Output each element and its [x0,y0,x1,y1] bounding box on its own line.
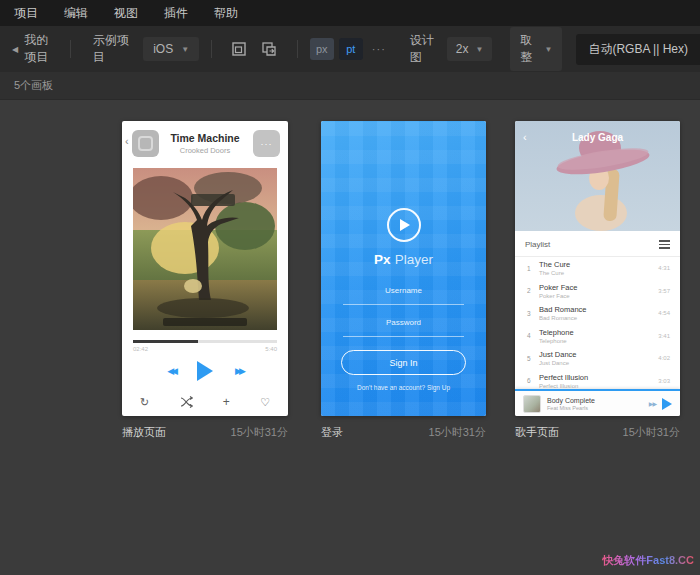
progress-bar[interactable] [133,340,277,343]
artboard-singer-page[interactable]: ‹ Lady Gaga Playlist 1 The CureThe Cure … [515,121,680,416]
playlist-header: Playlist [515,233,680,257]
app-logo-play-icon [387,208,421,242]
artboard-timestamp: 15小时31分 [429,425,486,440]
design-scale-select[interactable]: 2x ▼ [447,37,493,61]
heart-icon[interactable]: ♡ [260,396,270,409]
menu-bar: 项目 编辑 视图 插件 帮助 [0,0,700,26]
toolbar-divider [211,40,212,58]
artboard-count: 5个画板 [14,78,53,93]
song-row[interactable]: 3 Bad RomanceBad Romance 4:54 [515,302,680,325]
rewind-button[interactable]: ◀◀ [167,366,175,376]
sample-project-button[interactable]: 示例项目 [93,32,132,66]
skip-icon[interactable]: ▶▶ [649,400,656,407]
chevron-down-icon: ▼ [181,45,189,54]
menu-view[interactable]: 视图 [114,5,138,22]
app-name: PxPlayer [321,252,486,267]
artboard-login-page[interactable]: PxPlayer Username Password Sign In Don't… [321,121,486,416]
toolbar-divider [297,40,298,58]
sign-in-button[interactable]: Sign In [341,350,466,375]
design-scale-label: 设计图 [410,32,439,66]
mini-player-texts: Body Complete Feat Miss Pearls [547,397,649,411]
mini-player-subtitle: Feat Miss Pearls [547,405,649,411]
song-row[interactable]: 6 Perfect IllusionPerfect Illusion 3:03 [515,370,680,390]
time-current: 02:42 [133,346,148,352]
time-labels: 02:42 5:40 [133,346,277,352]
song-row[interactable]: 1 The CureThe Cure 4:31 [515,257,680,280]
back-arrow-icon: ◀ [12,45,18,54]
forward-button[interactable]: ▶▶ [235,366,243,376]
site-watermark: 快兔软件Fast8.CC [602,553,694,568]
sign-up-hint[interactable]: Don't have an account? Sign Up [321,384,486,391]
mini-play-button[interactable] [662,398,672,410]
add-icon[interactable]: + [223,395,230,409]
artboard-name[interactable]: 播放页面 [122,425,166,440]
artboard-timestamp: 15小时31分 [623,425,680,440]
playlist-label: Playlist [525,240,550,249]
player-header: ‹ Time Machine Crooked Doors ··· [122,121,288,168]
artboard-name[interactable]: 歌手页面 [515,425,559,440]
chevron-down-icon: ▼ [544,45,552,54]
password-field[interactable]: Password [343,318,464,337]
color-mode-select[interactable]: 自动(RGBA || Hex) [576,34,700,65]
artboard-label-player: 播放页面 15小时31分 [122,424,288,440]
unit-px-button[interactable]: px [310,38,334,60]
unit-pt-button[interactable]: pt [339,38,363,60]
song-row[interactable]: 4 TelephoneTelephone 3:41 [515,325,680,348]
back-to-projects-button[interactable]: ◀ 我的项目 [0,32,58,66]
transport-controls: ◀◀ ▶▶ [122,361,288,381]
mini-player-thumbnail [523,395,541,413]
list-menu-icon[interactable] [659,240,670,249]
singer-name: Lady Gaga [515,132,680,143]
play-button[interactable] [197,361,213,381]
shuffle-icon[interactable] [180,396,193,408]
artboard-timestamp: 15小时31分 [231,425,288,440]
artboard-name[interactable]: 登录 [321,425,343,440]
album-thumb-icon [138,136,153,151]
mini-player[interactable]: Body Complete Feat Miss Pearls ▶▶ [515,389,680,416]
song-list: 1 The CureThe Cure 4:31 2 Poker FacePoke… [515,257,680,389]
username-field[interactable]: Username [343,286,464,305]
chevron-down-icon: ▼ [475,45,483,54]
player-actions: ↻ + ♡ [122,395,288,409]
platform-select[interactable]: iOS ▼ [143,37,199,61]
album-art-image [133,168,277,330]
repeat-icon[interactable]: ↻ [140,396,149,409]
unit-more-button[interactable]: ··· [372,43,386,55]
more-options-button: ··· [253,130,280,157]
artboard-player-page[interactable]: ‹ Time Machine Crooked Doors ··· [122,121,288,416]
song-row[interactable]: 5 Just DanceJust Dance 4:02 [515,347,680,370]
artboard-label-singer: 歌手页面 15小时31分 [515,424,680,440]
toolbar-divider [70,40,71,58]
menu-help[interactable]: 帮助 [214,5,238,22]
app-window: 项目 编辑 视图 插件 帮助 ◀ 我的项目 示例项目 iOS ▼ px pt ·… [0,0,700,575]
mini-player-title: Body Complete [547,397,649,404]
menu-project[interactable]: 项目 [14,5,38,22]
back-chevron-icon: ‹ [125,135,129,147]
time-total: 5:40 [265,346,277,352]
artboard-count-bar: 5个画板 [0,72,700,100]
menu-plugins[interactable]: 插件 [164,5,188,22]
song-row[interactable]: 2 Poker FacePoker Face 3:57 [515,280,680,303]
album-thumb-button [132,130,159,157]
artboard-label-login: 登录 15小时31分 [321,424,486,440]
export-copy-icon[interactable] [261,41,278,58]
menu-edit[interactable]: 编辑 [64,5,88,22]
toolbar: ◀ 我的项目 示例项目 iOS ▼ px pt ··· 设计图 2x ▼ 取整 … [0,26,700,72]
rounding-select[interactable]: 取整 ▼ [510,27,562,71]
artboard-icon[interactable] [231,41,247,58]
progress-fill [133,340,198,343]
